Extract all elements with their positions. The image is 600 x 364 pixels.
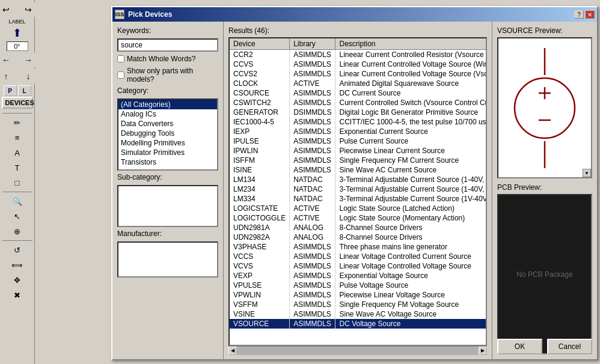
category-item[interactable]: Data Converters	[118, 119, 217, 129]
category-item[interactable]: (All Categories)	[118, 100, 217, 109]
table-cell-device: IPWLIN	[230, 146, 290, 156]
dialog-body: Keywords: Match Whole Words? Show only p…	[112, 22, 597, 359]
category-item[interactable]: Transistors	[118, 157, 217, 167]
arrow-right-btn[interactable]: →	[17, 53, 39, 67]
table-row[interactable]: VPWLINASIMMDLSPiecewise Linear Voltage S…	[230, 290, 487, 300]
mode-p-btn[interactable]: P	[4, 85, 17, 96]
table-cell-device: LOGICTOGGLE	[230, 213, 290, 223]
flip-btn[interactable]: ⟺	[10, 258, 25, 272]
move-btn[interactable]: ✥	[10, 273, 25, 287]
cancel-button[interactable]: Cancel	[547, 339, 592, 354]
category-list[interactable]: (All Categories)Analog ICsData Converter…	[117, 99, 218, 171]
scroll-track[interactable]	[237, 347, 479, 355]
table-cell-description: Animated Digital Squarewave Source	[335, 79, 487, 88]
dialog-title-area: ISS Pick Devices	[115, 10, 172, 19]
pick-devices-dialog: ISS Pick Devices ? ✕ Keywords: Match Who…	[111, 6, 598, 360]
rotate-btn[interactable]: ↺	[10, 243, 25, 257]
show-only-models-checkbox[interactable]	[117, 71, 124, 79]
arrow-up-btn[interactable]: ↑	[0, 69, 17, 83]
keywords-input[interactable]	[117, 38, 218, 52]
preview-scroll-btn[interactable]: ▼	[583, 169, 591, 177]
table-row[interactable]: CCVS2ASIMMDLSLinear Current Controlled V…	[230, 69, 487, 79]
pointer-btn[interactable]: ↖	[10, 209, 25, 223]
table-cell-device: LM134	[230, 175, 290, 184]
table-cell-description: CCITT/IEC 1000-4-5, the test pulse 10/70…	[335, 117, 487, 127]
subcategory-list[interactable]	[117, 185, 218, 227]
table-row[interactable]: IEXPASIMMDLSExponential Current Source	[230, 127, 487, 136]
table-row[interactable]: CCVSASIMMDLSLinear Current Controlled Vo…	[230, 59, 487, 69]
table-row[interactable]: CLOCKACTIVEAnimated Digital Squarewave S…	[230, 79, 487, 88]
table-cell-description: Piecewise Linear Voltage Source	[335, 290, 487, 300]
table-row[interactable]: ISINEASIMMDLSSine Wave AC Current Source	[230, 165, 487, 175]
bus-btn[interactable]: ≡	[10, 130, 25, 145]
zoom-btn[interactable]: 🔍	[10, 194, 25, 208]
table-row[interactable]: UDN2982AANALOG8-Channel Source Drivers	[230, 232, 487, 242]
category-item[interactable]: Simulator Primitives	[118, 148, 217, 157]
redo-btn[interactable]: ↪	[17, 2, 39, 17]
table-cell-device: VCCS	[230, 252, 290, 261]
select-btn[interactable]: ⊕	[10, 224, 25, 238]
table-row[interactable]: VSFFMASIMMDLSSingle Frequency FM Voltage…	[230, 300, 487, 309]
mode-buttons: P L	[4, 85, 31, 96]
table-row[interactable]: IPWLINASIMMDLSPiecewise Linear Current S…	[230, 146, 487, 156]
table-row[interactable]: LM334NATDAC3-Terminal Adjustable Current…	[230, 194, 487, 204]
table-cell-library: ASIMMDLS	[290, 117, 335, 127]
table-row[interactable]: GENERATORDSIMMDLSDigital Logic Bit Gener…	[230, 108, 487, 117]
table-row[interactable]: IEC1000-4-5ASIMMDLSCCITT/IEC 1000-4-5, t…	[230, 117, 487, 127]
scroll-left-btn[interactable]: ◀	[228, 347, 237, 355]
table-row[interactable]: VPULSEASIMMDLSPulse Voltage Source	[230, 281, 487, 290]
table-row[interactable]: ISFFMASIMMDLSSingle Frequency FM Current…	[230, 156, 487, 165]
table-row[interactable]: LM134NATDAC3-Terminal Adjustable Current…	[230, 175, 487, 184]
table-row[interactable]: UDN2981AANALOG8-Channel Source Drivers	[230, 223, 487, 232]
no-pcb-text: No PCB Package	[516, 270, 572, 279]
close-btn[interactable]: ✕	[585, 10, 595, 19]
table-row[interactable]: LOGICSTATEACTIVELogic State Source (Latc…	[230, 204, 487, 213]
undo-btn[interactable]: ↩	[0, 2, 17, 17]
scroll-right-btn[interactable]: ▶	[479, 347, 487, 355]
table-cell-device: UDN2982A	[230, 232, 290, 242]
ok-button[interactable]: OK	[497, 339, 542, 354]
table-row[interactable]: IPULSEASIMMDLSPulse Current Source	[230, 136, 487, 146]
arrow-left-btn[interactable]: ←	[0, 53, 17, 67]
table-cell-description: Single Frequency FM Current Source	[335, 156, 487, 165]
delete-btn[interactable]: ✖	[10, 288, 25, 302]
match-whole-words-checkbox[interactable]	[117, 55, 124, 62]
table-row[interactable]: V3PHASEASIMMDLSThree phase mains line ge…	[230, 242, 487, 252]
category-item[interactable]: Modelling Primitives	[118, 138, 217, 148]
table-row[interactable]: CSWITCH2ASIMMDLSCurrent Controlled Switc…	[230, 98, 487, 108]
divider-3	[2, 240, 32, 241]
results-table-container[interactable]: Device Library Description CCR2ASIMMDLSL…	[228, 37, 487, 346]
category-item[interactable]: Analog ICs	[118, 109, 217, 119]
table-cell-library: ASIMMDLS	[290, 98, 335, 108]
table-cell-library: ASIMMDLS	[290, 50, 335, 60]
table-cell-library: ASIMMDLS	[290, 271, 335, 281]
center-panel: Results (46): Device Library Description…	[224, 22, 492, 359]
text-tool-btn[interactable]: T	[10, 160, 25, 175]
arrow-down-btn[interactable]: ↓	[17, 69, 39, 83]
table-row[interactable]: VSINEASIMMDLSSine Wave AC Voltage Source	[230, 309, 487, 319]
col-library: Library	[290, 38, 335, 50]
table-row[interactable]: CCR2ASIMMDLSLineear Current Controlled R…	[230, 50, 487, 60]
table-row[interactable]: LOGICTOGGLEACTIVELogic State Source (Mom…	[230, 213, 487, 223]
horiz-scroll-area[interactable]: ◀ ▶	[228, 346, 487, 354]
table-cell-library: ASIMMDLS	[290, 242, 335, 252]
manufacturer-list[interactable]	[117, 241, 218, 278]
category-item[interactable]: Debugging Tools	[118, 129, 217, 138]
component-symbol: ⬆	[13, 26, 22, 40]
table-row[interactable]: VSOURCEASIMMDLSDC Voltage Source	[230, 319, 487, 329]
table-row[interactable]: VCCSASIMMDLSLinear Voltage Controlled Cu…	[230, 252, 487, 261]
wire-tool-btn[interactable]: ✏	[10, 115, 25, 130]
box-tool-btn[interactable]: □	[10, 175, 25, 190]
table-row[interactable]: VCVSASIMMDLSLinear Voltage Controlled Vo…	[230, 261, 487, 271]
help-btn[interactable]: ?	[574, 10, 584, 19]
label-tool-btn[interactable]: A	[10, 145, 25, 160]
devices-btn[interactable]: DEVICES	[2, 97, 33, 109]
table-row[interactable]: LM234NATDAC3-Terminal Adjustable Current…	[230, 184, 487, 194]
table-row[interactable]: VEXPASIMMDLSExponential Voltage Source	[230, 271, 487, 281]
mode-l-btn[interactable]: L	[18, 85, 31, 96]
table-row[interactable]: CSOURCEASIMMDLSDC Current Source	[230, 88, 487, 98]
table-cell-device: VEXP	[230, 271, 290, 281]
table-cell-library: ASIMMDLS	[290, 309, 335, 319]
table-cell-description: 8-Channel Source Drivers	[335, 232, 487, 242]
table-cell-library: ASIMMDLS	[290, 290, 335, 300]
